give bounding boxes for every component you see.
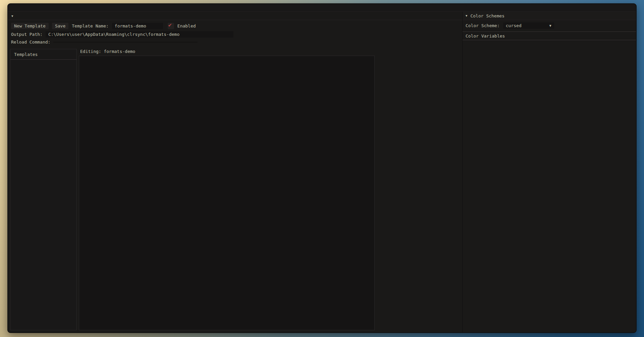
template-toolbar: New Template Save Template Name: formats… — [8, 20, 462, 30]
save-template-button[interactable]: Save — [52, 23, 68, 29]
checkmark-icon: ✔ — [168, 21, 172, 28]
enabled-checkbox[interactable]: ✔ — [168, 23, 174, 29]
template-name-input[interactable]: formats-demo — [112, 23, 163, 29]
panels-area: Templates Editing: formats-demo — [8, 46, 462, 332]
scheme-selector-row: Color Scheme: cursed ▼ — [463, 20, 636, 30]
output-path-input[interactable]: C:\Users\user\AppData\Roaming\clrsync\fo… — [46, 31, 233, 38]
new-template-button[interactable]: New Template — [11, 23, 49, 29]
templates-panel-title: Templates — [10, 51, 76, 60]
collapse-icon[interactable]: ▼ — [466, 14, 467, 17]
color-scheme-select[interactable]: cursed ▼ — [503, 22, 554, 29]
color-scheme-value: cursed — [506, 23, 522, 28]
desktop-background: ▼ New Template Save Template Name: forma… — [0, 0, 644, 337]
color-schemes-window: ▼ Color Schemes Color Scheme: cursed ▼ C… — [462, 12, 636, 332]
menu-bar — [8, 4, 636, 12]
app-window: ▼ New Template Save Template Name: forma… — [7, 3, 637, 333]
divider — [463, 31, 636, 32]
editor-column: Editing: formats-demo — [79, 49, 375, 330]
color-schemes-header: ▼ Color Schemes — [463, 12, 636, 20]
reload-command-row: Reload Command: — [8, 38, 462, 46]
color-variables-title: Color Variables — [463, 32, 636, 40]
color-schemes-title: Color Schemes — [470, 13, 504, 18]
main-area: ▼ New Template Save Template Name: forma… — [8, 12, 636, 332]
reload-command-input[interactable] — [53, 42, 198, 43]
collapse-icon[interactable]: ▼ — [11, 14, 13, 18]
templates-window: ▼ New Template Save Template Name: forma… — [8, 12, 462, 332]
divider — [463, 40, 636, 40]
output-path-label: Output Path: — [11, 32, 43, 37]
color-variables-body — [463, 41, 636, 332]
enabled-label: Enabled — [177, 23, 196, 28]
template-name-label: Template Name: — [72, 23, 109, 28]
output-path-row: Output Path: C:\Users\user\AppData\Roami… — [8, 30, 462, 38]
template-editor[interactable] — [79, 56, 375, 330]
tab-bar: ▼ — [8, 12, 462, 20]
editor-title: Editing: formats-demo — [79, 49, 375, 56]
chevron-down-icon: ▼ — [549, 24, 551, 27]
reload-command-label: Reload Command: — [11, 40, 50, 45]
color-scheme-label: Color Scheme: — [466, 23, 500, 28]
templates-list-panel: Templates — [10, 49, 77, 330]
